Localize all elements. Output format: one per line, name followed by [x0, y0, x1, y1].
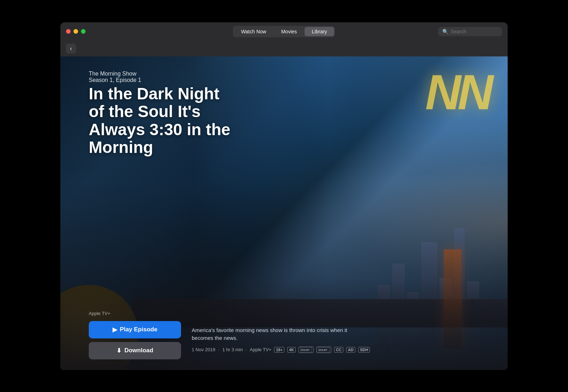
show-description: America's favorite morning news show is …	[192, 326, 362, 342]
svg-text:ATMOS: ATMOS	[319, 352, 326, 352]
search-box[interactable]: 🔍	[438, 27, 502, 36]
download-button[interactable]: ⬇ Download	[89, 342, 181, 359]
search-icon: 🔍	[442, 29, 448, 34]
svg-text:DOLBY: DOLBY	[301, 349, 310, 351]
duration: 1 hr 3 min	[222, 347, 243, 352]
download-label: Download	[124, 347, 153, 354]
download-icon: ⬇	[116, 347, 121, 354]
subbar: ‹	[60, 41, 508, 56]
back-icon: ‹	[70, 45, 72, 52]
tab-library[interactable]: Library	[305, 27, 334, 36]
show-info: The Morning Show Season 1, Episode 1 In …	[89, 71, 231, 156]
svg-text:VISION: VISION	[301, 352, 308, 352]
minimize-button[interactable]	[73, 29, 78, 34]
rating-badge: 18+	[274, 347, 284, 353]
play-icon: ▶	[113, 326, 117, 333]
release-date: 1 Nov 2019	[192, 347, 215, 352]
provider-label: Apple TV+	[89, 311, 181, 316]
meta-row: 1 Nov 2019 · 1 hr 3 min · Apple TV+ 18+ …	[192, 347, 479, 353]
bottom-content: Apple TV+ ▶ Play Episode ⬇ Download Amer…	[89, 311, 479, 359]
play-episode-label: Play Episode	[120, 326, 158, 333]
content-overlay: Apple TV+ ▶ Play Episode ⬇ Download Amer…	[60, 302, 508, 370]
meta-dot-1: ·	[218, 347, 220, 352]
close-button[interactable]	[66, 29, 71, 34]
ad-badge: AD	[346, 347, 355, 353]
hero-area: NN The Morning Show Season 1, Episode 1 …	[60, 56, 508, 370]
show-series-name: The Morning Show	[89, 71, 231, 77]
dolby-vision-badge: DOLBY VISION	[299, 347, 313, 353]
cc-badge: CC	[334, 347, 343, 353]
tab-watch-now[interactable]: Watch Now	[234, 27, 273, 36]
meta-provider: Apple TV+	[250, 347, 272, 352]
maximize-button[interactable]	[81, 29, 86, 34]
meta-dot-2: ·	[246, 347, 247, 352]
4k-badge: 4K	[287, 347, 296, 353]
titlebar: Watch Now Movies Library 🔍	[60, 22, 508, 41]
traffic-lights	[66, 29, 86, 34]
svg-text:DOLBY: DOLBY	[319, 349, 328, 351]
tab-movies[interactable]: Movies	[274, 27, 304, 36]
info-column: America's favorite morning news show is …	[192, 311, 479, 353]
app-window: Watch Now Movies Library 🔍 ‹	[60, 22, 508, 370]
show-season: Season 1, Episode 1	[89, 77, 231, 83]
back-button[interactable]: ‹	[66, 44, 76, 54]
search-input[interactable]	[450, 29, 498, 34]
play-episode-button[interactable]: ▶ Play Episode	[89, 321, 181, 338]
action-buttons: Apple TV+ ▶ Play Episode ⬇ Download	[89, 311, 181, 359]
sdh-badge: SDH	[358, 347, 370, 353]
dolby-atmos-badge: DOLBY ATMOS	[316, 347, 331, 353]
nav-tabs: Watch Now Movies Library	[233, 26, 335, 37]
show-title: In the Dark Night of the Soul It's Alway…	[89, 85, 231, 156]
